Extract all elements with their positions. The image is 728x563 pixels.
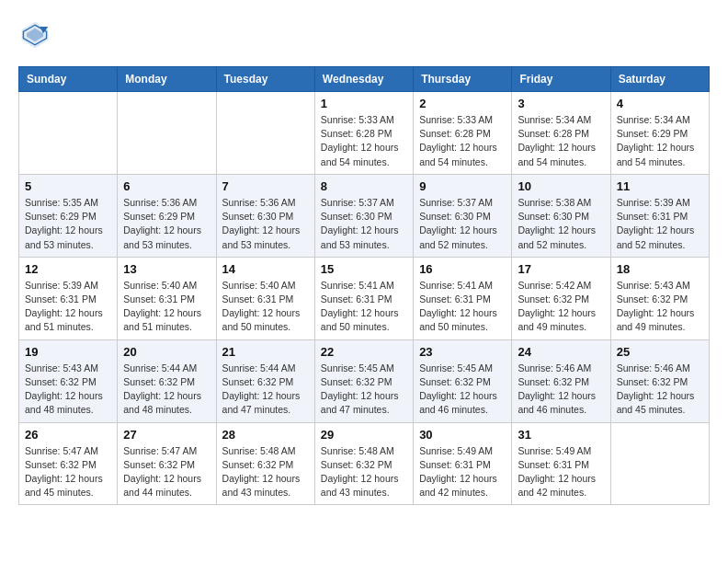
- day-number: 1: [321, 97, 407, 110]
- day-number: 29: [321, 428, 407, 442]
- day-number: 5: [25, 179, 111, 193]
- day-number: 14: [222, 262, 309, 276]
- day-number: 20: [123, 345, 210, 359]
- day-info: Sunrise: 5:43 AMSunset: 6:32 PMDaylight:…: [617, 279, 703, 335]
- calendar-cell: 3Sunrise: 5:34 AMSunset: 6:28 PMDaylight…: [512, 92, 610, 175]
- day-info: Sunrise: 5:40 AMSunset: 6:31 PMDaylight:…: [123, 279, 210, 335]
- day-number: 21: [222, 345, 309, 359]
- day-number: 24: [518, 345, 604, 359]
- day-info: Sunrise: 5:46 AMSunset: 6:32 PMDaylight:…: [518, 362, 604, 418]
- day-info: Sunrise: 5:46 AMSunset: 6:32 PMDaylight:…: [617, 362, 703, 418]
- calendar-cell: [118, 92, 216, 175]
- calendar-cell: 21Sunrise: 5:44 AMSunset: 6:32 PMDayligh…: [216, 339, 314, 422]
- calendar-cell: 30Sunrise: 5:49 AMSunset: 6:31 PMDayligh…: [414, 422, 512, 505]
- day-info: Sunrise: 5:40 AMSunset: 6:31 PMDaylight:…: [222, 279, 309, 335]
- day-info: Sunrise: 5:43 AMSunset: 6:32 PMDaylight:…: [25, 362, 111, 418]
- calendar-cell: 25Sunrise: 5:46 AMSunset: 6:32 PMDayligh…: [610, 339, 709, 422]
- calendar-cell: 29Sunrise: 5:48 AMSunset: 6:32 PMDayligh…: [314, 422, 413, 505]
- day-number: 8: [321, 179, 407, 193]
- calendar-cell: 23Sunrise: 5:45 AMSunset: 6:32 PMDayligh…: [414, 339, 512, 422]
- calendar-cell: 9Sunrise: 5:37 AMSunset: 6:30 PMDaylight…: [414, 174, 512, 257]
- calendar-cell: 15Sunrise: 5:41 AMSunset: 6:31 PMDayligh…: [314, 257, 413, 339]
- calendar-cell: 7Sunrise: 5:36 AMSunset: 6:30 PMDaylight…: [216, 174, 314, 257]
- day-info: Sunrise: 5:47 AMSunset: 6:32 PMDaylight:…: [25, 444, 111, 500]
- calendar-cell: 16Sunrise: 5:41 AMSunset: 6:31 PMDayligh…: [414, 257, 512, 339]
- weekday-header: Tuesday: [216, 67, 314, 92]
- day-info: Sunrise: 5:34 AMSunset: 6:29 PMDaylight:…: [617, 113, 703, 169]
- calendar-cell: 17Sunrise: 5:42 AMSunset: 6:32 PMDayligh…: [512, 257, 610, 339]
- day-number: 23: [419, 345, 506, 359]
- calendar-cell: 31Sunrise: 5:49 AMSunset: 6:31 PMDayligh…: [512, 422, 610, 505]
- day-number: 22: [321, 345, 407, 359]
- weekday-header: Saturday: [610, 67, 709, 92]
- calendar-cell: 1Sunrise: 5:33 AMSunset: 6:28 PMDaylight…: [314, 92, 413, 175]
- day-info: Sunrise: 5:49 AMSunset: 6:31 PMDaylight:…: [419, 444, 506, 500]
- day-info: Sunrise: 5:49 AMSunset: 6:31 PMDaylight:…: [518, 444, 604, 500]
- page-header: [18, 18, 710, 52]
- day-number: 3: [518, 97, 604, 110]
- calendar-cell: 5Sunrise: 5:35 AMSunset: 6:29 PMDaylight…: [19, 174, 118, 257]
- day-info: Sunrise: 5:44 AMSunset: 6:32 PMDaylight:…: [222, 362, 309, 418]
- day-number: 17: [518, 262, 604, 276]
- day-number: 27: [123, 428, 210, 442]
- calendar-cell: 6Sunrise: 5:36 AMSunset: 6:29 PMDaylight…: [118, 174, 216, 257]
- day-info: Sunrise: 5:33 AMSunset: 6:28 PMDaylight:…: [321, 113, 407, 169]
- calendar-cell: 28Sunrise: 5:48 AMSunset: 6:32 PMDayligh…: [216, 422, 314, 505]
- calendar-cell: 26Sunrise: 5:47 AMSunset: 6:32 PMDayligh…: [19, 422, 118, 505]
- day-info: Sunrise: 5:48 AMSunset: 6:32 PMDaylight:…: [321, 444, 407, 500]
- calendar-cell: 18Sunrise: 5:43 AMSunset: 6:32 PMDayligh…: [610, 257, 709, 339]
- day-number: 12: [25, 262, 111, 276]
- calendar-cell: 20Sunrise: 5:44 AMSunset: 6:32 PMDayligh…: [118, 339, 216, 422]
- day-info: Sunrise: 5:37 AMSunset: 6:30 PMDaylight:…: [321, 196, 407, 252]
- calendar-cell: 19Sunrise: 5:43 AMSunset: 6:32 PMDayligh…: [19, 339, 118, 422]
- day-number: 13: [123, 262, 210, 276]
- day-number: 25: [617, 345, 703, 359]
- calendar-cell: 4Sunrise: 5:34 AMSunset: 6:29 PMDaylight…: [610, 92, 709, 175]
- day-number: 10: [518, 179, 604, 193]
- calendar-week-row: 19Sunrise: 5:43 AMSunset: 6:32 PMDayligh…: [19, 339, 710, 422]
- logo-icon: [18, 18, 51, 52]
- day-info: Sunrise: 5:45 AMSunset: 6:32 PMDaylight:…: [419, 362, 506, 418]
- calendar-week-row: 12Sunrise: 5:39 AMSunset: 6:31 PMDayligh…: [19, 257, 710, 339]
- day-number: 6: [123, 179, 210, 193]
- day-info: Sunrise: 5:39 AMSunset: 6:31 PMDaylight:…: [25, 279, 111, 335]
- calendar-week-row: 5Sunrise: 5:35 AMSunset: 6:29 PMDaylight…: [19, 174, 710, 257]
- weekday-header: Wednesday: [314, 67, 413, 92]
- calendar-cell: [19, 92, 118, 175]
- day-info: Sunrise: 5:34 AMSunset: 6:28 PMDaylight:…: [518, 113, 604, 169]
- calendar-week-row: 26Sunrise: 5:47 AMSunset: 6:32 PMDayligh…: [19, 422, 710, 505]
- calendar-cell: [610, 422, 709, 505]
- day-number: 28: [222, 428, 309, 442]
- calendar-cell: 8Sunrise: 5:37 AMSunset: 6:30 PMDaylight…: [314, 174, 413, 257]
- day-info: Sunrise: 5:36 AMSunset: 6:30 PMDaylight:…: [222, 196, 309, 252]
- day-number: 30: [419, 428, 506, 442]
- day-info: Sunrise: 5:37 AMSunset: 6:30 PMDaylight:…: [419, 196, 506, 252]
- day-number: 7: [222, 179, 309, 193]
- calendar-cell: 2Sunrise: 5:33 AMSunset: 6:28 PMDaylight…: [414, 92, 512, 175]
- day-info: Sunrise: 5:41 AMSunset: 6:31 PMDaylight:…: [321, 279, 407, 335]
- weekday-header: Thursday: [414, 67, 512, 92]
- day-number: 2: [419, 97, 506, 110]
- day-number: 11: [617, 179, 703, 193]
- logo: [18, 18, 55, 52]
- calendar-cell: 22Sunrise: 5:45 AMSunset: 6:32 PMDayligh…: [314, 339, 413, 422]
- day-info: Sunrise: 5:36 AMSunset: 6:29 PMDaylight:…: [123, 196, 210, 252]
- calendar-cell: 12Sunrise: 5:39 AMSunset: 6:31 PMDayligh…: [19, 257, 118, 339]
- day-info: Sunrise: 5:38 AMSunset: 6:30 PMDaylight:…: [518, 196, 604, 252]
- calendar-cell: 10Sunrise: 5:38 AMSunset: 6:30 PMDayligh…: [512, 174, 610, 257]
- weekday-header: Monday: [118, 67, 216, 92]
- day-number: 16: [419, 262, 506, 276]
- calendar-cell: 24Sunrise: 5:46 AMSunset: 6:32 PMDayligh…: [512, 339, 610, 422]
- calendar-cell: 11Sunrise: 5:39 AMSunset: 6:31 PMDayligh…: [610, 174, 709, 257]
- day-info: Sunrise: 5:47 AMSunset: 6:32 PMDaylight:…: [123, 444, 210, 500]
- day-number: 4: [617, 97, 703, 110]
- day-info: Sunrise: 5:42 AMSunset: 6:32 PMDaylight:…: [518, 279, 604, 335]
- calendar-cell: [216, 92, 314, 175]
- calendar-week-row: 1Sunrise: 5:33 AMSunset: 6:28 PMDaylight…: [19, 92, 710, 175]
- calendar-table: SundayMondayTuesdayWednesdayThursdayFrid…: [18, 66, 710, 505]
- day-number: 18: [617, 262, 703, 276]
- day-info: Sunrise: 5:35 AMSunset: 6:29 PMDaylight:…: [25, 196, 111, 252]
- weekday-header: Sunday: [19, 67, 118, 92]
- day-info: Sunrise: 5:33 AMSunset: 6:28 PMDaylight:…: [419, 113, 506, 169]
- calendar-cell: 27Sunrise: 5:47 AMSunset: 6:32 PMDayligh…: [118, 422, 216, 505]
